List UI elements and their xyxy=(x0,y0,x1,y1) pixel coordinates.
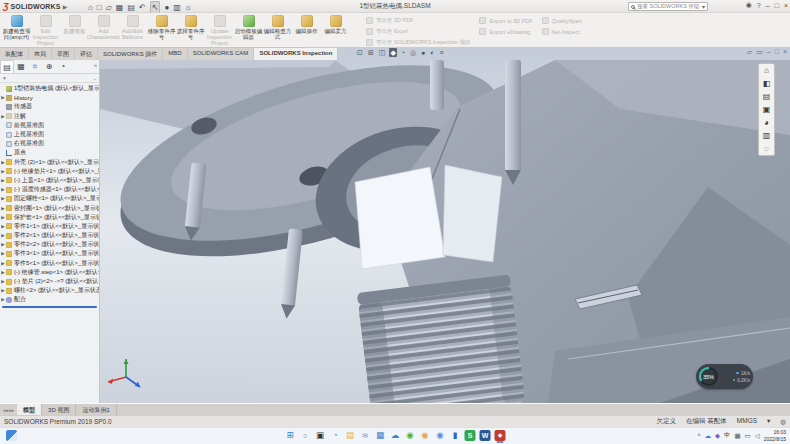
security-icon[interactable]: ◆ xyxy=(715,432,720,440)
ribbon-button[interactable]: Add Characteristic xyxy=(89,14,118,47)
dimxpertmanager-tab[interactable]: ⊕ xyxy=(42,60,56,73)
zoom-area-icon[interactable]: ⊞ xyxy=(367,48,375,57)
tree-item[interactable]: ▶ History xyxy=(0,93,99,102)
search-dropdown-icon[interactable]: ▾ xyxy=(702,3,705,10)
configurationmanager-tab[interactable]: ⌗ xyxy=(28,60,42,73)
browser-green-icon[interactable]: ◉ xyxy=(405,430,416,441)
export-menu-item[interactable]: QualityXpert xyxy=(542,17,582,24)
displaymanager-tab[interactable]: ◔ xyxy=(56,60,70,73)
ribbon-tab[interactable]: SOLIDWORKS CAM xyxy=(188,48,255,60)
units-globe-icon[interactable]: ◍ xyxy=(780,418,786,426)
task-view-button[interactable]: ▣ xyxy=(315,430,326,441)
export-menu-item[interactable]: 导出至 Excel xyxy=(366,28,470,35)
mail-app-icon[interactable]: ✉ xyxy=(360,430,371,441)
tree-item[interactable]: 右视基准面 xyxy=(0,139,99,148)
home-icon[interactable]: ⌂ xyxy=(88,2,93,13)
tree-item[interactable]: 原点 xyxy=(0,148,99,157)
view-palette-icon[interactable]: ▣ xyxy=(763,105,771,114)
tree-item[interactable]: ▶ 固定螺栓<1> (默认<<默认>_显示 xyxy=(0,194,99,203)
widgets-button[interactable] xyxy=(6,430,17,441)
tree-item[interactable]: ▶ 配合 xyxy=(0,295,99,304)
ribbon-button[interactable]: 编辑操作 xyxy=(292,14,321,47)
chrome-browser-icon[interactable]: ◉ xyxy=(420,430,431,441)
cascade-windows-icon[interactable]: ▱ xyxy=(747,48,752,56)
doc-minimize-button[interactable]: – xyxy=(767,48,771,56)
tree-item[interactable]: ▶ 零件2<2> (默认<<默认>_显示状 xyxy=(0,240,99,249)
zoom-fit-icon[interactable]: ⊡ xyxy=(356,48,364,57)
tree-item[interactable]: ▶ 密封圈<1> (默认<<默认>_显示状 xyxy=(0,203,99,212)
edit-appearance-icon[interactable]: ● xyxy=(420,48,426,57)
tree-item[interactable]: ▶ 零件1<1> (默认<<默认>_显示状态 xyxy=(0,222,99,231)
ribbon-button[interactable]: 新建模板 xyxy=(60,14,89,47)
tab-scroll-arrows[interactable]: ◂◂ ▸▸ xyxy=(0,404,17,415)
export-menu-item[interactable]: Export eDrawing xyxy=(479,28,532,35)
featuremanager-tab[interactable]: ▤ xyxy=(0,60,14,73)
file-properties-icon[interactable]: ▥ xyxy=(173,2,181,13)
help-search-input[interactable]: 搜索 SOLIDWORKS 帮助 ▾ xyxy=(628,2,708,11)
forum-icon[interactable]: ◌ xyxy=(764,144,769,153)
microsoft-store-icon[interactable]: ▦ xyxy=(375,430,386,441)
ribbon-button[interactable]: 新建检查项目(amp;H) xyxy=(2,14,31,47)
tree-item[interactable]: ▶ 零件3<1> (默认<<默认>_显示状 xyxy=(0,249,99,258)
tree-item[interactable]: 1型铠装热电偶 (默认<默认_显示状态-1 xyxy=(0,84,99,93)
tree-item[interactable]: ▶ 螺柱<2> (默认<<默认>_显示状态 xyxy=(0,286,99,295)
display-style-icon[interactable]: ◔ xyxy=(400,48,406,57)
ribbon-button[interactable]: 选择零件序号 xyxy=(176,14,205,47)
file-explorer-icon[interactable]: ▤ xyxy=(763,92,771,101)
tree-item[interactable]: 前视基准面 xyxy=(0,121,99,130)
sign-in-icon[interactable]: ◉ xyxy=(746,1,752,9)
section-view-icon[interactable]: ◫ xyxy=(378,48,387,57)
ribbon-button[interactable]: 编辑卖方 xyxy=(321,14,350,47)
undo-icon[interactable]: ↶ xyxy=(139,2,146,13)
custom-properties-icon[interactable]: ▥ xyxy=(763,131,771,140)
ribbon-tab[interactable]: SOLIDWORKS Inspection xyxy=(254,48,338,60)
appearances-scenes-icon[interactable]: ◕ xyxy=(764,118,769,127)
doc-restore-button[interactable]: □ xyxy=(775,48,779,56)
ribbon-button[interactable]: Update Inspection Project xyxy=(205,14,234,47)
design-library-icon[interactable]: ◧ xyxy=(763,79,771,88)
tray-expand-icon[interactable]: ^ xyxy=(697,432,700,439)
tree-item[interactable]: ▶ (-) 温度传感器<1> (默认<<默认>_ xyxy=(0,185,99,194)
ribbon-button[interactable]: Add/Edit Balloons xyxy=(118,14,147,47)
menu-expand-icon[interactable]: ▶ xyxy=(63,3,68,10)
view-settings-icon[interactable]: ≡ xyxy=(439,48,445,57)
start-button[interactable]: ⊞ xyxy=(285,430,296,441)
tree-item[interactable]: ▶ (-) 绝缘垫片<1> (默认<<默认>_显 xyxy=(0,167,99,176)
rollback-bar[interactable] xyxy=(2,306,97,308)
tree-item[interactable]: ▶ (-) 绝缘管.step<1> (默认<<默认> xyxy=(0,268,99,277)
tree-item[interactable]: ▶ (-) 垫片 (2)<2> ->? (默认<<默认> xyxy=(0,277,99,286)
tree-item[interactable]: ▶ 保护套<1> (默认<<默认>_显示状 xyxy=(0,213,99,222)
save-icon[interactable]: ▦ xyxy=(116,2,124,13)
edge-browser-icon[interactable]: ◔ xyxy=(330,430,341,441)
taskbar-clock[interactable]: 16:03 2022/8/15 xyxy=(764,429,786,442)
wps-app-icon[interactable]: S xyxy=(465,430,476,441)
export-menu-item[interactable]: Net-Inspect xyxy=(542,28,582,35)
tree-item[interactable]: ▶ 零件2<1> (默认<<默认>_显示状 xyxy=(0,231,99,240)
ime-keyboard-icon[interactable]: ▦ xyxy=(734,432,740,440)
cloud-app-icon[interactable]: ☁ xyxy=(390,430,401,441)
view-orientation-icon[interactable]: ◆ xyxy=(389,48,396,57)
tile-windows-icon[interactable]: ▭ xyxy=(756,48,763,56)
doc-close-button[interactable]: × xyxy=(783,48,787,56)
document-tab[interactable]: 运动算例1 xyxy=(76,404,116,415)
net-monitor-widget[interactable]: 35% 1K/s 0.2K/s xyxy=(696,364,753,389)
display-icon[interactable]: ▭ xyxy=(745,432,751,440)
new-document-icon[interactable]: □ xyxy=(97,2,102,13)
ribbon-tab[interactable]: 布局 xyxy=(29,48,52,60)
search-button[interactable]: ○ xyxy=(300,430,311,441)
ribbon-tab[interactable]: 评估 xyxy=(75,48,98,60)
viewport-3d[interactable]: ⌂◧▤▣◕▥◌ 35% 1K/s 0.2K/s xyxy=(100,47,790,403)
tree-item[interactable]: ▶ 注解 xyxy=(0,112,99,121)
ribbon-button[interactable]: 编辑检查方式 xyxy=(263,14,292,47)
ribbon-button[interactable]: 启动模板编辑器 xyxy=(234,14,263,47)
reader-app-icon[interactable]: ▮ xyxy=(450,430,461,441)
filter-expand-icon[interactable]: ⌄ xyxy=(93,75,97,81)
file-explorer-button[interactable]: ▤ xyxy=(345,430,356,441)
tree-item[interactable]: ▶ 零件5<1> (默认<<默认>_显示状 xyxy=(0,259,99,268)
open-icon[interactable]: ▱ xyxy=(106,2,112,13)
tree-item[interactable]: 上视基准面 xyxy=(0,130,99,139)
export-menu-item[interactable]: 导出至 SOLIDWORKS Inspection 项目 xyxy=(366,39,470,46)
browser-colorful-icon[interactable]: ◉ xyxy=(435,430,446,441)
tree-filter[interactable]: ▼ ⌄ xyxy=(0,74,99,83)
hide-show-items-icon[interactable]: ◎ xyxy=(409,48,417,57)
